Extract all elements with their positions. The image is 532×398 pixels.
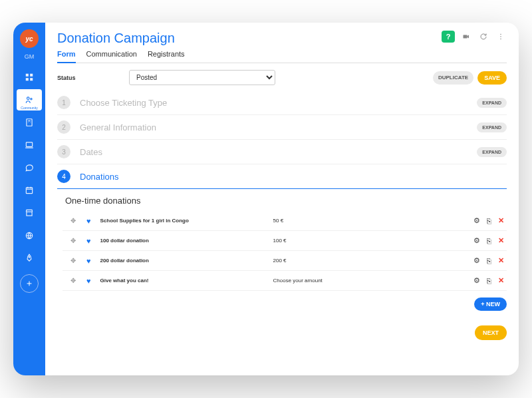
donation-row: ✥ ♥ 100 dollar donation 100 € ⚙⎘✕ [63,231,507,251]
delete-icon[interactable]: ✕ [498,256,504,265]
expand-button[interactable]: EXPAND [477,98,507,108]
donation-name: 200 dollar donation [100,258,273,264]
more-icon[interactable] [495,31,507,43]
svg-point-18 [29,256,30,258]
svg-rect-6 [27,119,32,126]
svg-rect-0 [26,74,29,77]
nav-community[interactable]: Community [17,89,42,110]
user-initials: GM [25,53,35,60]
heart-icon: ♥ [86,257,91,265]
help-button[interactable]: ? [442,31,455,43]
svg-point-23 [500,36,501,37]
nav-label: Community [17,106,42,110]
svg-rect-10 [26,142,32,146]
new-button[interactable]: + NEW [474,298,507,311]
donations-heading: One-time donations [63,196,507,206]
drag-handle-icon[interactable]: ✥ [70,257,76,264]
save-button[interactable]: SAVE [477,71,507,85]
svg-rect-2 [26,78,29,81]
tab-registrants[interactable]: Registrants [148,50,185,63]
copy-icon[interactable]: ⎘ [487,257,491,265]
svg-point-24 [500,39,501,40]
nav-laptop[interactable] [17,134,42,156]
gear-icon[interactable]: ⚙ [473,256,480,265]
expand-button[interactable]: EXPAND [477,122,507,132]
heart-icon: ♥ [86,217,91,225]
nav-globe[interactable] [17,225,42,246]
copy-icon[interactable]: ⎘ [487,217,491,225]
copy-icon[interactable]: ⎘ [487,237,491,245]
svg-rect-21 [464,35,467,39]
status-label: Status [57,75,117,81]
drag-handle-icon[interactable]: ✥ [70,237,76,244]
drag-handle-icon[interactable]: ✥ [70,217,76,224]
app-frame: yc GM Community Donation Campaign ? F [13,23,519,375]
gear-icon[interactable]: ⚙ [473,216,480,225]
refresh-icon[interactable] [477,31,489,43]
next-button[interactable]: NEXT [475,325,507,340]
donation-row: ✥ ♥ Give what you can! Choose your amoun… [63,271,507,291]
delete-icon[interactable]: ✕ [498,276,504,285]
gear-icon[interactable]: ⚙ [473,236,480,245]
copy-icon[interactable]: ⎘ [487,277,491,285]
nav-rocket[interactable] [17,248,42,269]
duplicate-button[interactable]: DUPLICATE [433,71,473,85]
donations-block: One-time donations ✥ ♥ School Supplies f… [57,189,507,311]
section-general: 2 General Information EXPAND [57,115,507,140]
section-dates: 3 Dates EXPAND [57,140,507,164]
donation-name: School Supplies for 1 girl in Congo [100,218,273,224]
section-ticketing: 1 Choose Ticketing Type EXPAND [57,91,507,115]
gear-icon[interactable]: ⚙ [473,276,480,285]
svg-point-5 [31,99,32,100]
section-title: Donations [80,172,119,182]
sidebar: yc GM Community [13,23,45,375]
nav-add-button[interactable] [20,274,39,293]
delete-icon[interactable]: ✕ [498,236,504,245]
nav-calendar[interactable] [17,180,42,201]
header-actions: ? [442,31,507,43]
section-number: 3 [57,145,70,158]
main-area: Donation Campaign ? Form Communication R… [45,23,519,375]
page-title: Donation Campaign [57,31,175,46]
donation-amount: Choose your amount [273,278,473,284]
donation-name: Give what you can! [100,278,273,284]
section-number: 2 [57,120,70,134]
donation-row: ✥ ♥ School Supplies for 1 girl in Congo … [63,211,507,231]
status-row: Status Posted DUPLICATE SAVE [57,70,507,85]
svg-rect-16 [27,212,32,216]
donation-amount: 50 € [273,218,473,224]
svg-point-22 [500,34,501,35]
section-title: Dates [80,147,102,157]
tab-bar: Form Communication Registrants [57,50,507,63]
delete-icon[interactable]: ✕ [498,216,504,225]
app-logo[interactable]: yc [20,29,39,48]
section-title: General Information [80,122,156,132]
nav-dashboard[interactable] [17,67,42,88]
section-title: Choose Ticketing Type [80,98,167,108]
section-number: 1 [57,96,70,109]
video-icon[interactable] [460,31,472,43]
status-select[interactable]: Posted [129,70,275,85]
nav-calc[interactable] [17,112,42,133]
svg-rect-3 [30,78,33,81]
donation-name: 100 dollar donation [100,238,273,244]
donation-amount: 200 € [273,258,473,264]
nav-store[interactable] [17,202,42,224]
donation-row: ✥ ♥ 200 dollar donation 200 € ⚙⎘✕ [63,251,507,271]
heart-icon: ♥ [86,277,91,285]
nav-chat[interactable] [17,157,42,178]
section-number: 4 [57,170,70,183]
heart-icon: ♥ [86,237,91,245]
donation-amount: 100 € [273,238,473,244]
page-header: Donation Campaign ? Form Communication R… [45,23,519,63]
drag-handle-icon[interactable]: ✥ [70,277,76,284]
tab-form[interactable]: Form [57,50,76,63]
tab-communication[interactable]: Communication [86,50,137,63]
svg-rect-12 [26,188,32,194]
section-donations: 4 Donations [57,164,507,189]
svg-rect-1 [30,74,33,77]
expand-button[interactable]: EXPAND [477,147,507,157]
content: Status Posted DUPLICATE SAVE 1 Choose Ti… [45,63,519,375]
svg-point-4 [27,97,30,100]
